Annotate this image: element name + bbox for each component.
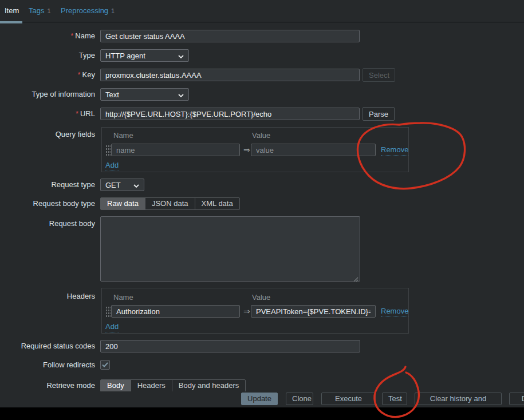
page-bottom-area [0, 407, 524, 420]
retrieve-mode-headers[interactable]: Headers [131, 380, 172, 391]
chevron-down-icon [174, 51, 184, 60]
type-of-information-select[interactable]: Text [100, 88, 189, 101]
clear-history-and-trends-button[interactable]: Clear history and trends [415, 393, 502, 405]
arrow-right-icon: ⇒ [243, 305, 250, 318]
query-fields-panel: Name Value ⇒ Remove Add [101, 127, 409, 172]
headers-label: Headers [0, 290, 95, 303]
header-name-input[interactable] [111, 305, 240, 318]
checkmark-icon [102, 360, 108, 369]
request-type-select[interactable]: GET [100, 179, 144, 191]
tab-preprocessing[interactable]: Preprocessing1 [61, 0, 115, 22]
headers-panel: Name Value ⇒ Remove Add [101, 288, 409, 334]
required-status-codes-input[interactable] [100, 340, 360, 352]
red-annotations [0, 0, 524, 420]
query-field-remove-link[interactable]: Remove [381, 145, 408, 156]
headers-name-column-header: Name [113, 293, 133, 302]
tab-preprocessing-count: 1 [111, 7, 115, 14]
follow-redirects-label: Follow redirects [0, 359, 95, 371]
header-remove-link[interactable]: Remove [381, 306, 408, 317]
execute-now-button[interactable]: Execute now [321, 393, 376, 405]
test-button[interactable]: Test [382, 393, 407, 405]
required-status-codes-label: Required status codes [0, 340, 95, 352]
url-parse-button[interactable]: Parse [363, 107, 395, 121]
delete-button[interactable]: De [509, 393, 524, 405]
clone-button[interactable]: Clone [286, 393, 313, 405]
type-select[interactable]: HTTP agent [100, 49, 189, 62]
form-footer: Update Clone Execute now Test Clear hist… [0, 391, 524, 407]
name-label: *Name [0, 30, 95, 42]
url-label: *URL [0, 108, 95, 120]
drag-handle-icon[interactable] [105, 306, 111, 317]
drag-handle-icon[interactable] [105, 144, 111, 156]
query-fields-value-column-header: Value [252, 131, 270, 140]
type-of-information-label: Type of information [0, 88, 95, 101]
request-body-type-segmented: Raw data JSON data XML data [100, 197, 240, 210]
query-field-name-input[interactable] [111, 144, 240, 156]
chevron-down-icon [174, 90, 184, 99]
tab-tags-count: 1 [47, 7, 50, 14]
request-body-type-raw-data[interactable]: Raw data [101, 198, 145, 209]
query-fields-label: Query fields [0, 128, 95, 141]
active-tab-indicator [0, 21, 22, 23]
url-input[interactable] [100, 108, 360, 120]
key-label: *Key [0, 69, 95, 81]
key-select-button[interactable]: Select [363, 68, 395, 82]
retrieve-mode-body[interactable]: Body [101, 380, 131, 391]
query-field-value-input[interactable] [251, 144, 376, 156]
retrieve-mode-body-and-headers[interactable]: Body and headers [172, 380, 246, 391]
headers-value-column-header: Value [252, 293, 270, 302]
update-button[interactable]: Update [241, 393, 278, 405]
item-configuration-form: Item Tags1 Preprocessing1 *Name Type HTT… [0, 0, 524, 420]
name-input[interactable] [100, 30, 360, 42]
request-body-textarea[interactable] [100, 216, 360, 282]
type-label: Type [0, 49, 95, 62]
tab-item[interactable]: Item [5, 0, 19, 22]
retrieve-mode-segmented: Body Headers Body and headers [100, 379, 246, 392]
key-input[interactable] [100, 69, 360, 81]
headers-add-link[interactable]: Add [105, 322, 119, 332]
tab-tags[interactable]: Tags1 [29, 0, 51, 22]
request-body-type-xml-data[interactable]: XML data [195, 198, 239, 209]
tab-bar: Item Tags1 Preprocessing1 [0, 0, 524, 23]
arrow-right-icon: ⇒ [243, 144, 250, 156]
retrieve-mode-label: Retrieve mode [0, 379, 95, 392]
header-value-input[interactable] [251, 305, 376, 318]
query-fields-add-link[interactable]: Add [105, 160, 119, 171]
follow-redirects-checkbox[interactable] [100, 360, 110, 370]
chevron-down-icon [129, 181, 139, 189]
request-type-label: Request type [0, 179, 95, 191]
query-fields-name-column-header: Name [113, 131, 133, 140]
request-body-type-label: Request body type [0, 197, 95, 210]
request-body-label: Request body [0, 217, 95, 230]
request-body-type-json-data[interactable]: JSON data [145, 198, 195, 209]
